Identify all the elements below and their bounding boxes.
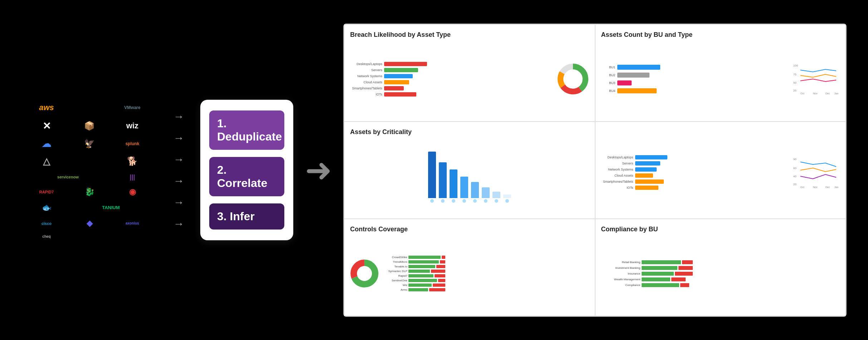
logo-x: ✕	[43, 120, 51, 132]
controls-coverage-title: Controls Coverage	[350, 226, 589, 233]
breach-bar-chart: Desktops/Laptops Servers Network Systems…	[350, 62, 553, 97]
svg-text:50: 50	[793, 81, 796, 84]
compliance-bu-title: Compliance by BU	[601, 226, 840, 233]
logo-dog: 🐕	[127, 156, 138, 166]
controls-coverage-body: CrowdStrike TrendMicro Tenable.io	[350, 238, 589, 309]
logo-microsoft: ⊞	[85, 102, 94, 114]
bu-row-1: BU1	[601, 65, 790, 70]
arrow-3: →	[173, 154, 184, 165]
svg-text:75: 75	[793, 73, 796, 76]
logo-tanium: TANIUM	[102, 205, 120, 210]
svg-text:20: 20	[793, 183, 796, 186]
breach-bar-chart-2: Desktops/Laptops Servers Network Systems…	[601, 155, 790, 190]
assets-criticality-cell: Assets by Criticality	[344, 122, 595, 219]
process-box: 1. Deduplicate 2. Correlate 3. Infer	[200, 100, 293, 240]
logo-diamond: ◆	[87, 219, 93, 228]
svg-text:Nov: Nov	[813, 186, 818, 188]
arrows-section: → → → → → →	[157, 104, 200, 236]
arrow-6: →	[173, 218, 184, 229]
bu-line-chart-2: 90 60 40 20 Oct Nov Dec Jan	[793, 157, 840, 189]
comp-row-investment: Investment Banking	[601, 266, 840, 270]
breach-likelihood-cell: Breach Likelihood by Asset Type Desktops…	[344, 24, 595, 122]
compliance-chart: Retail Banking Investment Banking Insura…	[601, 260, 840, 287]
main-container: aws ⊞ VMware ✕ 📦 wiz ☁ 🦅 splunk △ 🛡 🐕 se…	[0, 0, 868, 340]
criticality-bar-chart	[350, 148, 589, 205]
bar-row-2-cloud: Cloud Assets	[601, 173, 790, 178]
bar-row-servers: Servers	[350, 68, 553, 72]
logo-servicenow: servicenow	[57, 175, 79, 179]
bar-row-smartphones: Smartphones/Tablets	[350, 86, 553, 90]
v-bar-7	[492, 192, 500, 203]
svg-text:60: 60	[793, 167, 796, 170]
comp-row-insurance: Insurance	[601, 272, 840, 276]
arrow-5: →	[173, 197, 184, 208]
dashboard-panel: Breach Likelihood by Asset Type Desktops…	[343, 24, 847, 317]
logo-vmware: VMware	[124, 105, 140, 110]
logo-splunk: splunk	[126, 141, 139, 146]
assets-criticality-title: Assets by Criticality	[350, 128, 589, 136]
ctrl-row-trendmicro: TrendMicro	[382, 260, 589, 263]
compliance-bu-body: Retail Banking Investment Banking Insura…	[601, 238, 840, 309]
controls-coverage-cell: Controls Coverage CrowdStrike	[344, 219, 595, 316]
v-bar-3	[450, 169, 457, 203]
logo-rapid7: RAPID7	[39, 190, 54, 194]
logo-axonius: axonius	[126, 221, 139, 225]
controls-donut	[350, 259, 379, 288]
logo-fish: 🐟	[42, 203, 52, 212]
logo-aws: aws	[39, 103, 54, 112]
logo-red-circle: ◉	[129, 187, 136, 197]
v-bar-5	[471, 182, 479, 203]
svg-text:40: 40	[793, 175, 796, 178]
assets-count-bu-cell: Assets Count by BU and Type BU1 BU2 BU3	[595, 24, 846, 122]
svg-text:Dec: Dec	[825, 92, 830, 95]
logo-dragon: 🐉	[85, 187, 94, 197]
step-infer: 3. Infer	[209, 203, 284, 230]
v-bar-4	[460, 177, 468, 203]
v-bar-1	[428, 152, 436, 203]
svg-text:Nov: Nov	[813, 92, 818, 95]
logo-triangle: △	[43, 156, 50, 167]
compliance-bu-cell: Compliance by BU Retail Banking Investme…	[595, 219, 846, 316]
assets-criticality-body	[350, 141, 589, 212]
breach-likelihood-title: Breach Likelihood by Asset Type	[350, 31, 589, 39]
bar-row-2-servers: Servers	[601, 161, 790, 166]
v-bar-2	[439, 162, 447, 203]
bar-row-2-network: Network Systems	[601, 167, 790, 172]
bu-bar-chart: BU1 BU2 BU3 BU4	[601, 65, 790, 93]
logo-shield: 🛡	[85, 156, 94, 166]
svg-text:Dec: Dec	[825, 186, 830, 188]
arrow-4: →	[173, 176, 184, 186]
v-bar-6	[482, 187, 490, 203]
bar-row-iots: IOTs	[350, 92, 553, 97]
v-bar-8	[503, 194, 511, 203]
arrow-1: →	[173, 111, 184, 122]
comp-row-wealth: Wealth Management	[601, 277, 840, 281]
bu-line-chart: 100 75 50 25 Oct Nov Dec Jan	[793, 63, 840, 95]
controls-bar-chart: CrowdStrike TrendMicro Tenable.io	[382, 256, 589, 291]
logo-purple-bars: |||	[129, 173, 135, 181]
bar-row-cloud: Cloud Assets	[350, 80, 553, 84]
big-arrow-section: ➜	[293, 154, 343, 186]
svg-text:Oct: Oct	[800, 186, 804, 188]
bar-row-network: Network Systems	[350, 74, 553, 78]
comp-row-retail: Retail Banking	[601, 260, 840, 264]
breach-likelihood-body: Desktops/Laptops Servers Network Systems…	[350, 44, 589, 115]
ctrl-row-crowdstrike: CrowdStrike	[382, 256, 589, 259]
ctrl-row-wiz: Wiz	[382, 284, 589, 287]
logo-cloud: aws ⊞ VMware ✕ 📦 wiz ☁ 🦅 splunk △ 🛡 🐕 se…	[21, 95, 157, 246]
bu-row-2: BU2	[601, 73, 790, 78]
ctrl-row-symantec: Symantec DLP	[382, 270, 589, 273]
comp-row-compliance: Compliance	[601, 283, 840, 287]
step-correlate: 2. Correlate	[209, 157, 284, 196]
assets-count-bu-title: Assets Count by BU and Type	[601, 31, 840, 39]
logo-bird: 🦅	[84, 139, 95, 149]
bu-row-3: BU3	[601, 80, 790, 85]
ctrl-row-sentinelone: SentinelOne	[382, 279, 589, 282]
logo-gcp: ☁	[42, 138, 51, 149]
logo-wiz: wiz	[126, 121, 138, 130]
arrow-2: →	[173, 133, 184, 143]
ctrl-row-rapid7: Rapid7	[382, 274, 589, 277]
svg-text:25: 25	[793, 89, 796, 92]
svg-text:90: 90	[793, 158, 796, 161]
logo-cheq: cheq	[42, 235, 50, 238]
